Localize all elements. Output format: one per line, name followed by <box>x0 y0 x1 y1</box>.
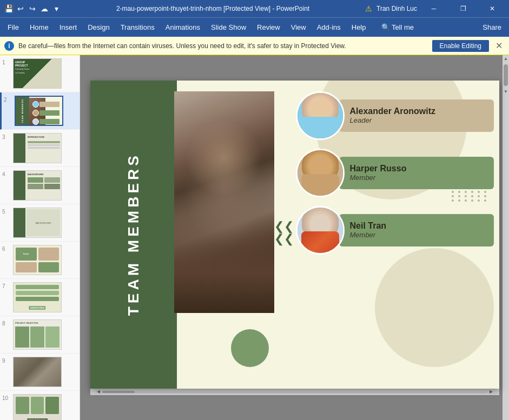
menu-slideshow[interactable]: Slide Show <box>206 21 252 34</box>
thumb-img-1: GROUPPROJECTConnecting FuturesLot Creati… <box>13 58 62 89</box>
slide-number-5: 5 <box>2 208 10 215</box>
user-name: Tran Dinh Luc <box>376 5 417 12</box>
person-photo-1 <box>298 93 343 138</box>
member-name-2: Harper Russo <box>350 164 485 174</box>
slide-thumbnail-10[interactable]: 10 METHODOLOGY <box>0 391 80 420</box>
member-info-box-1: Alexander Aronowitz Leader <box>339 99 494 132</box>
slide-number-2: 2 <box>4 96 11 103</box>
slide-number-1: 1 <box>2 58 10 65</box>
slide-canvas: TEAM MEMBERS ❮❮ <box>90 81 499 389</box>
person-photo-3 <box>298 208 343 253</box>
slide-number-8: 8 <box>2 319 10 326</box>
member-card-3: Neil Tran Member <box>296 206 494 255</box>
slide-thumbnail-5[interactable]: 5 BACKGROUND <box>0 204 80 242</box>
thumb-img-9 <box>13 357 62 387</box>
tell-me[interactable]: 🔍 Tell me <box>376 21 420 34</box>
h-scroll-track[interactable] <box>102 391 487 393</box>
scroll-right-arrow[interactable]: ▶ <box>490 389 493 394</box>
h-scroll-thumb[interactable] <box>102 391 135 393</box>
slide-canvas-area: ▲ ▼ TEAM MEMBERS <box>80 55 509 420</box>
team-photo <box>174 91 274 313</box>
menu-review[interactable]: Review <box>252 21 286 34</box>
slide-thumbnail-2[interactable]: 2 TEAM MEMBERS <box>0 92 80 130</box>
window-title: 2-mau-powerpoint-thuyet-trinh-nhom [Prot… <box>61 5 365 12</box>
member-info-box-3: Neil Tran Member <box>339 214 494 246</box>
slide-left-panel: TEAM MEMBERS <box>90 81 177 389</box>
protected-view-icon: i <box>4 41 14 51</box>
info-letter: i <box>8 42 10 50</box>
person-photo-2 <box>298 150 343 196</box>
member-role-3: Member <box>350 231 485 239</box>
autosave-icon[interactable]: ☁ <box>40 4 49 13</box>
menu-design[interactable]: Design <box>82 21 115 34</box>
thumb-img-3: INTRODUCTION <box>13 133 62 163</box>
slide-panel: 1 GROUPPROJECTConnecting FuturesLot Crea… <box>0 55 80 420</box>
slide-number-4: 4 <box>2 170 10 177</box>
slide-title: TEAM MEMBERS <box>125 152 142 316</box>
menu-view[interactable]: View <box>286 21 312 34</box>
menu-insert[interactable]: Insert <box>54 21 83 34</box>
titlebar-left: 💾 ↩ ↪ ☁ ▾ <box>4 4 61 13</box>
scroll-down-arrow[interactable]: ▼ <box>503 88 509 95</box>
menu-addins[interactable]: Add-ins <box>312 21 346 34</box>
enable-editing-button[interactable]: Enable Editing <box>432 40 489 52</box>
member-role-2: Member <box>350 174 485 182</box>
slide-number-10: 10 <box>2 394 10 401</box>
canvas-wrapper: TEAM MEMBERS ❮❮ <box>90 81 499 395</box>
horizontal-scrollbar[interactable]: ◀ ▶ <box>90 389 499 395</box>
save-icon[interactable]: 💾 <box>4 4 13 13</box>
thumb-img-6: Partner <box>13 245 62 275</box>
share-button[interactable]: Share <box>477 21 507 34</box>
thumb-img-4: BACKGROUND <box>13 170 62 201</box>
slide-thumbnail-8[interactable]: 8 PROJECT OBJECTIVE <box>0 316 80 354</box>
slide-thumbnail-9[interactable]: 9 <box>0 354 80 391</box>
scroll-left-arrow[interactable]: ◀ <box>97 389 100 394</box>
member-avatar-2 <box>296 149 345 197</box>
member-name-1: Alexander Aronowitz <box>350 106 485 116</box>
thumb-img-2: TEAM MEMBERS <box>15 96 63 126</box>
menu-help[interactable]: Help <box>346 21 372 34</box>
members-section: Alexander Aronowitz Leader <box>296 91 494 255</box>
slide-thumbnail-6[interactable]: 6 Partner <box>0 242 80 279</box>
scroll-thumb[interactable] <box>504 64 508 86</box>
scroll-up-arrow[interactable]: ▲ <box>503 55 509 62</box>
undo-icon[interactable]: ↩ <box>16 4 25 13</box>
menu-animations[interactable]: Animations <box>160 21 206 34</box>
thumb-img-10: METHODOLOGY <box>13 394 62 420</box>
menu-home[interactable]: Home <box>24 21 54 34</box>
chevron-arrows: ❮❮ ❮❮ <box>274 221 294 245</box>
titlebar-right: ⚠ Tran Dinh Luc ─ ❐ ✕ <box>365 0 505 17</box>
decorative-circle-green <box>231 329 269 367</box>
protected-view-bar: i Be careful—files from the Internet can… <box>0 37 509 55</box>
member-avatar-3 <box>296 206 345 255</box>
member-role-1: Leader <box>350 116 485 124</box>
member-name-3: Neil Tran <box>350 221 485 231</box>
slide-thumbnail-4[interactable]: 4 BACKGROUND <box>0 167 80 204</box>
menu-transitions[interactable]: Transitions <box>115 21 160 34</box>
customize-icon[interactable]: ▾ <box>52 4 61 13</box>
restore-button[interactable]: ❐ <box>451 0 475 17</box>
slide-number-6: 6 <box>2 245 10 252</box>
close-button[interactable]: ✕ <box>480 0 505 17</box>
slide-number-7: 7 <box>2 282 10 289</box>
warning-icon: ⚠ <box>365 4 372 13</box>
title-text: 2-mau-powerpoint-thuyet-trinh-nhom [Prot… <box>116 5 309 12</box>
titlebar: 💾 ↩ ↪ ☁ ▾ 2-mau-powerpoint-thuyet-trinh-… <box>0 0 509 17</box>
member-card-2: Harper Russo Member <box>296 149 494 197</box>
slide-thumbnail-7[interactable]: 7 OBJECTIVES <box>0 279 80 316</box>
vertical-scrollbar[interactable]: ▲ ▼ <box>503 55 509 420</box>
member-card-1: Alexander Aronowitz Leader <box>296 91 494 140</box>
main-area: 1 GROUPPROJECTConnecting FuturesLot Crea… <box>0 55 509 420</box>
menubar: File Home Insert Design Transitions Anim… <box>0 17 509 37</box>
member-info-box-2: Harper Russo Member <box>339 157 494 189</box>
redo-icon[interactable]: ↪ <box>28 4 37 13</box>
slide-thumbnail-3[interactable]: 3 INTRODUCTION <box>0 130 80 167</box>
slide-thumbnail-1[interactable]: 1 GROUPPROJECTConnecting FuturesLot Crea… <box>0 55 80 92</box>
protected-view-close-icon[interactable]: ✕ <box>493 41 505 51</box>
slide-number-9: 9 <box>2 357 10 364</box>
minimize-button[interactable]: ─ <box>421 0 446 17</box>
thumb-img-7: OBJECTIVES <box>13 282 62 312</box>
member-avatar-1 <box>296 91 345 140</box>
menu-file[interactable]: File <box>2 21 24 34</box>
protected-view-message: Be careful—files from the Internet can c… <box>18 42 428 50</box>
